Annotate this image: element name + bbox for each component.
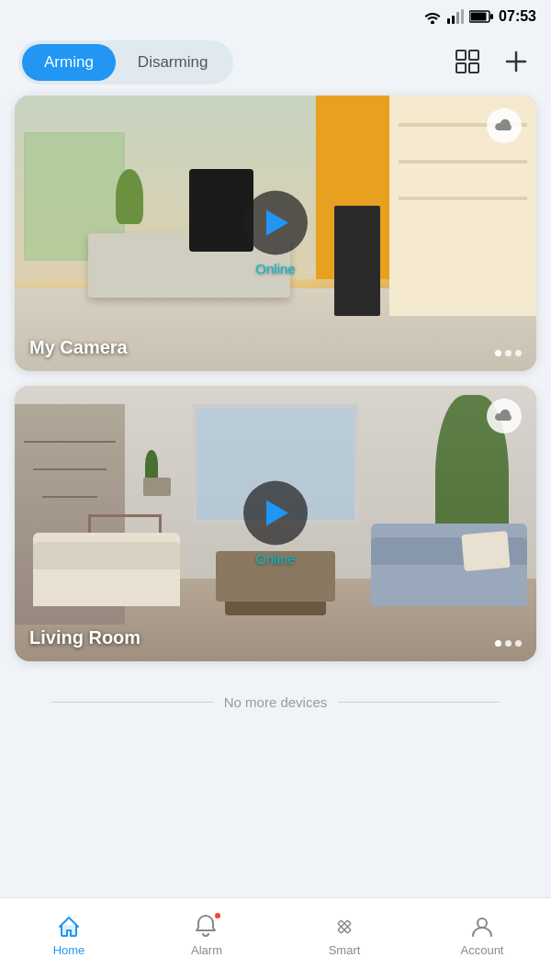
status-bar: 07:53 — [0, 0, 551, 33]
status-icons: 07:53 — [423, 8, 536, 25]
cards-container: Online My Camera — [0, 96, 551, 719]
nav-smart[interactable]: Smart — [276, 898, 413, 980]
svg-rect-0 — [447, 18, 450, 24]
svg-rect-5 — [471, 13, 487, 21]
svg-rect-2 — [456, 12, 459, 24]
header: Arming Disarming — [0, 33, 551, 96]
more-dots-1[interactable] — [495, 350, 522, 356]
add-button[interactable] — [500, 45, 533, 81]
svg-rect-15 — [338, 927, 344, 933]
cloud-icon-1 — [487, 108, 522, 143]
disarming-button[interactable]: Disarming — [116, 44, 231, 81]
camera-card-kitchen[interactable]: Online My Camera — [15, 96, 536, 371]
svg-rect-10 — [469, 63, 478, 73]
more-dots-2[interactable] — [495, 640, 522, 647]
nav-account-label: Account — [461, 943, 504, 957]
nav-home-label: Home — [53, 943, 85, 957]
smart-icon — [332, 914, 357, 940]
nav-alarm-label: Alarm — [191, 943, 222, 957]
no-more-devices: No more devices — [15, 676, 536, 719]
nav-account[interactable]: Account — [413, 898, 551, 980]
wifi-icon — [423, 9, 442, 24]
svg-rect-1 — [452, 16, 455, 24]
signal-icon — [447, 9, 464, 24]
camera-card-living[interactable]: Online Living Room — [15, 386, 536, 661]
alarm-badge — [213, 911, 222, 920]
alarm-icon-wrapper — [194, 914, 219, 940]
svg-rect-7 — [456, 51, 466, 60]
svg-rect-16 — [344, 927, 351, 933]
svg-rect-9 — [456, 63, 466, 73]
play-button-2[interactable]: Online — [243, 481, 308, 567]
home-icon — [56, 914, 82, 940]
plus-icon — [503, 49, 529, 74]
nav-smart-label: Smart — [329, 943, 361, 957]
camera-name-2: Living Room — [29, 627, 141, 648]
svg-rect-8 — [469, 51, 478, 60]
grid-icon — [454, 48, 481, 75]
camera-name-1: My Camera — [29, 337, 128, 358]
account-icon — [469, 914, 495, 940]
svg-rect-6 — [490, 14, 493, 19]
nav-alarm[interactable]: Alarm — [138, 898, 276, 980]
svg-point-17 — [478, 918, 487, 928]
bottom-nav: Home Alarm Smart — [0, 897, 551, 980]
arming-button[interactable]: Arming — [22, 44, 116, 81]
online-status-1: Online — [255, 261, 295, 276]
battery-icon — [469, 10, 493, 23]
play-button-1[interactable]: Online — [243, 191, 308, 276]
svg-rect-13 — [338, 920, 344, 927]
toggle-group: Arming Disarming — [18, 40, 233, 84]
grid-view-button[interactable] — [450, 44, 485, 82]
nav-home[interactable]: Home — [0, 898, 138, 980]
online-status-2: Online — [255, 551, 295, 567]
status-time: 07:53 — [499, 8, 536, 25]
svg-rect-3 — [461, 9, 464, 24]
header-actions — [450, 44, 533, 82]
svg-rect-14 — [344, 920, 351, 927]
cloud-icon-2 — [487, 399, 522, 434]
